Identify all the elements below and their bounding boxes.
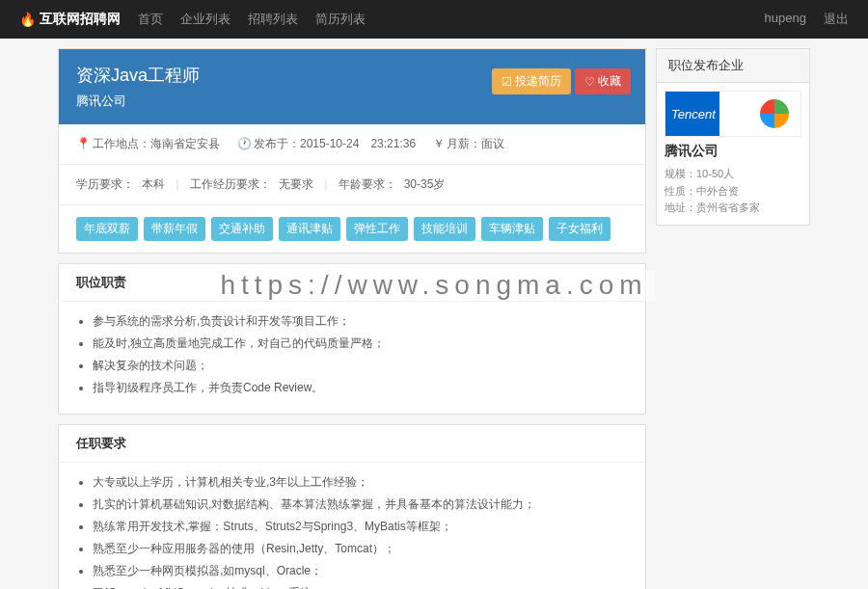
company-logo[interactable]: Tencent bbox=[665, 91, 801, 137]
publish-info: 🕐发布于：2015-10-24 23:21:36 bbox=[237, 136, 416, 152]
fire-icon: 🔥 bbox=[19, 12, 36, 27]
nav-jobs[interactable]: 招聘列表 bbox=[248, 11, 298, 28]
heart-icon bbox=[584, 75, 595, 89]
job-requirement-row: 学历要求：本科 | 工作经历要求：无要求 | 年龄要求：30-35岁 bbox=[59, 165, 645, 205]
apply-button[interactable]: ☑ 投递简历 bbox=[492, 68, 571, 94]
nav-user[interactable]: hupeng bbox=[765, 11, 806, 28]
duty-title: 职位职责 bbox=[59, 264, 645, 302]
requirement-panel: 任职要求 大专或以上学历，计算机相关专业,3年以上工作经验； 扎实的计算机基础知… bbox=[58, 424, 646, 589]
job-panel: 资深Java工程师 腾讯公司 ☑ 投递简历 收藏 📍工作地点：海南省定安县 🕐发… bbox=[58, 48, 646, 254]
requirement-title: 任职要求 bbox=[59, 425, 645, 463]
list-item: 能及时,独立高质量地完成工作，对自己的代码质量严格； bbox=[93, 335, 628, 352]
list-item: 参与系统的需求分析,负责设计和开发等项目工作； bbox=[93, 313, 628, 330]
duty-panel: 职位职责 参与系统的需求分析,负责设计和开发等项目工作； 能及时,独立高质量地完… bbox=[58, 263, 646, 415]
duty-list: 参与系统的需求分析,负责设计和开发等项目工作； 能及时,独立高质量地完成工作，对… bbox=[59, 302, 645, 414]
tag: 技能培训 bbox=[414, 217, 475, 241]
document-icon: ☑ bbox=[502, 75, 512, 89]
tag: 通讯津贴 bbox=[279, 217, 340, 241]
tag: 车辆津贴 bbox=[481, 217, 543, 241]
nav-companies[interactable]: 企业列表 bbox=[180, 11, 231, 28]
tag: 带薪年假 bbox=[144, 217, 205, 241]
brand[interactable]: 🔥 互联网招聘网 bbox=[19, 11, 121, 28]
requirement-list: 大专或以上学历，计算机相关专业,3年以上工作经验； 扎实的计算机基础知识,对数据… bbox=[59, 463, 645, 589]
list-item: 大专或以上学历，计算机相关专业,3年以上工作经验； bbox=[93, 474, 628, 491]
list-item: 解决复杂的技术问题； bbox=[93, 358, 628, 374]
sidebar-company-name: 腾讯公司 bbox=[665, 143, 801, 160]
nav-resumes[interactable]: 简历列表 bbox=[315, 11, 366, 28]
tag: 交通补助 bbox=[211, 217, 273, 241]
logo-text: Tencent bbox=[671, 107, 716, 121]
tag: 年底双薪 bbox=[76, 217, 138, 241]
list-item: 指导初级程序员工作，并负责Code Review。 bbox=[93, 380, 628, 396]
job-tags: 年底双薪 带薪年假 交通补助 通讯津贴 弹性工作 技能培训 车辆津贴 子女福利 bbox=[59, 205, 645, 253]
salary-info: ￥月薪：面议 bbox=[433, 136, 504, 152]
list-item: 熟练常用开发技术,掌握：Struts、Struts2与Spring3、MyBat… bbox=[93, 519, 628, 535]
job-header: 资深Java工程师 腾讯公司 ☑ 投递简历 收藏 bbox=[59, 49, 645, 124]
logo-icon bbox=[760, 99, 789, 128]
sidebar-info: 规模：10-50人 性质：中外合资 地址：贵州省省多家 bbox=[665, 166, 801, 217]
list-item: 熟悉至少一种网页模拟器,如mysql、Oracle； bbox=[93, 563, 628, 579]
location-info: 📍工作地点：海南省定安县 bbox=[76, 136, 220, 152]
nav-home[interactable]: 首页 bbox=[138, 11, 163, 28]
brand-text: 互联网招聘网 bbox=[40, 11, 121, 28]
clock-icon: 🕐 bbox=[237, 137, 252, 150]
nav-logout[interactable]: 退出 bbox=[824, 11, 849, 28]
job-info-row: 📍工作地点：海南省定安县 🕐发布于：2015-10-24 23:21:36 ￥月… bbox=[59, 124, 645, 165]
pin-icon: 📍 bbox=[76, 137, 91, 150]
list-item: 了解：springMVC、swing技术、Linux系统； bbox=[93, 585, 628, 589]
list-item: 扎实的计算机基础知识,对数据结构、基本算法熟练掌握，并具备基本的算法设计能力； bbox=[93, 496, 628, 513]
sidebar-panel: 职位发布企业 Tencent 腾讯公司 规模：10-50人 性质：中外合资 地址… bbox=[656, 48, 810, 226]
tag: 子女福利 bbox=[549, 217, 610, 241]
favorite-button[interactable]: 收藏 bbox=[575, 68, 631, 94]
list-item: 熟悉至少一种应用服务器的使用（Resin,Jetty、Tomcat）； bbox=[93, 541, 628, 557]
sidebar-title: 职位发布企业 bbox=[657, 49, 809, 83]
yen-icon: ￥ bbox=[433, 137, 445, 150]
job-company: 腾讯公司 bbox=[76, 93, 628, 110]
top-navbar: 🔥 互联网招聘网 首页 企业列表 招聘列表 简历列表 hupeng 退出 bbox=[0, 0, 868, 39]
tag: 弹性工作 bbox=[346, 217, 408, 241]
